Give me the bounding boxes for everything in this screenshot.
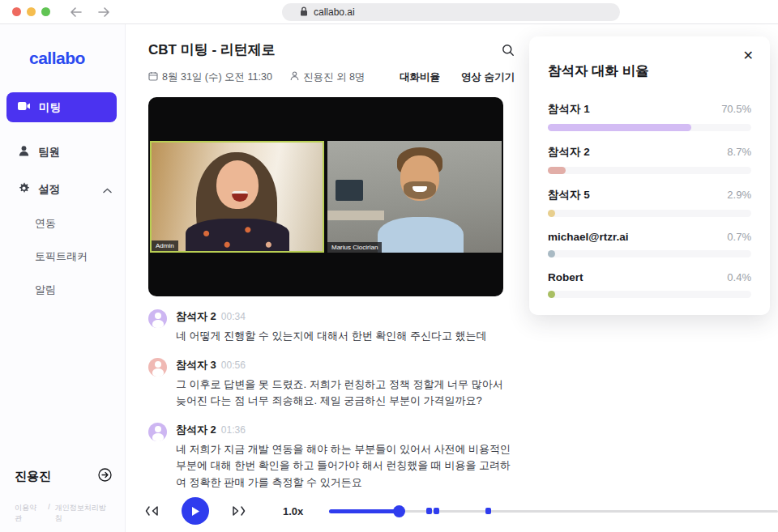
playback-bar: 1.0x (126, 490, 778, 532)
ratio-percent: 8.7% (727, 146, 751, 158)
transcript-entry[interactable]: 참석자 201:36네 저희가 지금 개발 연동을 해야 하는 부분들이 있어서… (148, 423, 515, 492)
video-camera-icon (18, 101, 31, 113)
video-player: Admin Marius Ciocirlan (148, 97, 503, 296)
browser-chrome: callabo.ai (0, 0, 778, 24)
play-button[interactable] (182, 497, 209, 525)
transcript-entry[interactable]: 참석자 200:34네 어떻게 진행할 수 있는지에 대해서 한번 확인해 주신… (148, 309, 515, 345)
timestamp: 00:56 (221, 360, 246, 371)
close-icon[interactable]: ✕ (743, 49, 754, 62)
person-icon (18, 145, 30, 160)
zoom-window-button[interactable] (41, 7, 50, 16)
speaker-name: 참석자 2 (176, 310, 216, 322)
sidebar-item-team[interactable]: 팀원 (0, 145, 125, 160)
browser-forward-button[interactable] (97, 6, 110, 18)
ratio-participant-name: 참석자 2 (548, 145, 590, 160)
chevron-up-icon (103, 184, 112, 196)
ratio-participant-name: 참석자 1 (548, 102, 590, 117)
bookmark-marker[interactable] (434, 508, 439, 514)
ratio-list: 참석자 170.5%참석자 28.7%참석자 52.9%michael@rtzr… (548, 88, 751, 298)
progress-fill (329, 509, 399, 513)
legal-links: 이용약관 / 개인정보처리방침 (15, 503, 112, 524)
ratio-percent: 2.9% (727, 189, 751, 201)
bookmark-marker[interactable] (485, 508, 491, 514)
user-account-row[interactable]: 진용진 (15, 468, 112, 485)
calendar-icon (148, 71, 158, 83)
ratio-participant-name: Robert (548, 271, 584, 283)
speaker-avatar (148, 309, 167, 328)
meeting-date: 8월 31일 (수) 오전 11:30 (162, 70, 272, 84)
ratio-row: 참석자 52.9% (548, 174, 751, 217)
speaker-name: 참석자 3 (176, 359, 216, 371)
ratio-percent: 0.7% (727, 231, 751, 243)
sidebar-subitem-0[interactable]: 연동 (0, 216, 125, 231)
panel-title: 참석자 대화 비율 (548, 62, 751, 80)
ratio-bar (548, 167, 566, 174)
transcript-text: 그 이후로 답변을 못 드렸죠. 저희가 런칭하고 정책 정할게 너무 많아서 … (176, 377, 515, 410)
sidebar-item-settings[interactable]: 설정 (0, 182, 125, 197)
privacy-link[interactable]: 개인정보처리방침 (55, 503, 112, 524)
ratio-bar-track (548, 210, 751, 217)
address-bar[interactable]: callabo.ai (282, 3, 620, 21)
ratio-bar-track (548, 167, 751, 174)
ratio-participant-name: 참석자 5 (548, 188, 590, 202)
man-portrait (336, 180, 363, 201)
speaker-name: 참석자 2 (176, 423, 216, 436)
sidebar: callabo 미팅 팀원 설정 (0, 24, 126, 532)
meeting-participants: 진용진 외 8명 (303, 70, 365, 84)
playback-speed-button[interactable]: 1.0x (283, 505, 303, 517)
gear-icon (18, 182, 30, 197)
ratio-row: Robert0.4% (548, 257, 751, 298)
divider: / (48, 503, 50, 524)
bookmark-marker[interactable] (426, 508, 432, 514)
rewind-icon[interactable] (145, 505, 159, 517)
speaker-avatar (148, 358, 167, 377)
ratio-row: michael@rtzr.ai0.7% (548, 217, 751, 257)
speaker-avatar (148, 423, 167, 441)
ratio-bar (548, 291, 555, 298)
sidebar-subitem-2[interactable]: 알림 (0, 283, 125, 297)
url-text: callabo.ai (314, 6, 355, 18)
progress-slider[interactable] (329, 505, 778, 517)
transcript-entry[interactable]: 참석자 300:56그 이후로 답변을 못 드렸죠. 저희가 런칭하고 정책 정… (148, 358, 515, 410)
video-tile-marius: Marius Ciocirlan (327, 141, 502, 253)
close-window-button[interactable] (12, 7, 21, 16)
ratio-bar (548, 210, 555, 217)
page-title: CBT 미팅 - 리턴제로 (148, 40, 502, 59)
sidebar-item-label: 설정 (38, 182, 60, 197)
callabo-logo: callabo (29, 49, 125, 68)
window-controls (12, 7, 50, 16)
ratio-row: 참석자 28.7% (548, 131, 751, 174)
ratio-percent: 0.4% (727, 271, 751, 283)
settings-submenu: 연동토픽트래커알림 (0, 216, 125, 297)
participant-icon (290, 71, 299, 83)
sidebar-item-label: 팀원 (38, 145, 60, 160)
transcript-text: 네 저희가 지금 개발 연동을 해야 하는 부분들이 있어서 사전에 비용적인 … (176, 441, 515, 492)
fast-forward-icon[interactable] (232, 505, 246, 517)
ratio-participant-name: michael@rtzr.ai (548, 231, 628, 243)
ratio-bar (548, 124, 691, 131)
sidebar-item-meetings[interactable]: 미팅 (6, 92, 117, 122)
sidebar-subitem-1[interactable]: 토픽트래커 (0, 249, 125, 264)
arrow-right-circle-icon[interactable] (98, 468, 112, 485)
ratio-percent: 70.5% (721, 103, 751, 115)
terms-link[interactable]: 이용약관 (15, 503, 43, 524)
timestamp: 00:34 (221, 311, 246, 322)
search-icon[interactable] (502, 44, 515, 57)
transcript-text: 네 어떻게 진행할 수 있는지에 대해서 한번 확인해 주신다고 했는데 (176, 328, 515, 345)
talk-ratio-panel: ✕ 참석자 대화 비율 참석자 170.5%참석자 28.7%참석자 52.9%… (529, 36, 770, 315)
timestamp: 01:36 (221, 424, 246, 436)
ratio-bar (548, 250, 555, 257)
browser-back-button[interactable] (70, 6, 83, 18)
sidebar-item-label: 미팅 (39, 100, 61, 115)
participant-name-label: Marius Ciocirlan (327, 242, 382, 253)
minimize-window-button[interactable] (27, 7, 36, 16)
talk-ratio-button[interactable]: 대화비율 (400, 70, 440, 84)
video-tile-admin: Admin (150, 141, 324, 253)
progress-thumb[interactable] (393, 505, 405, 517)
lock-icon (300, 6, 308, 19)
ratio-row: 참석자 170.5% (548, 88, 751, 131)
ratio-bar-track (548, 124, 751, 131)
ratio-bar-track (548, 250, 751, 257)
participant-name-label: Admin (152, 240, 178, 251)
hide-video-button[interactable]: 영상 숨기기 (461, 70, 515, 84)
